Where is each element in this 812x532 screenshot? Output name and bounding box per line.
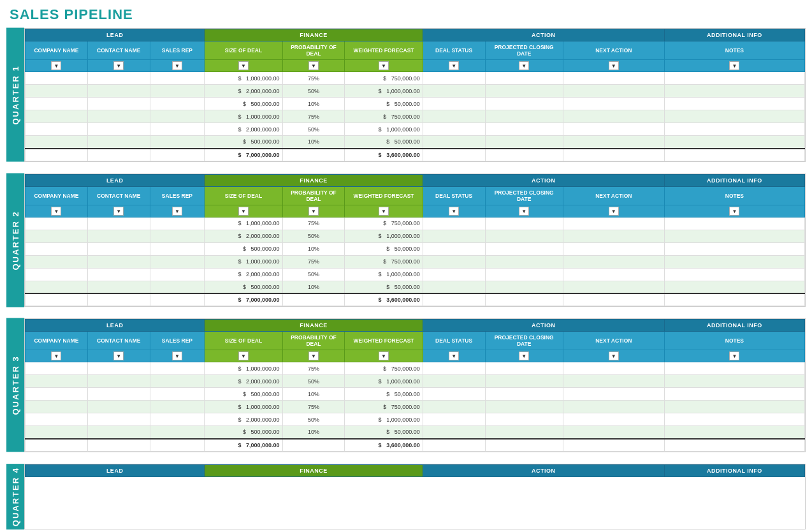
nextaction-cell [563, 242, 664, 255]
total-empty-2 [563, 439, 664, 452]
dropdown-btn-col3-q1[interactable]: ▼ [238, 61, 249, 70]
prob-cell: 50% [282, 413, 345, 426]
dropdown-btn-col4-q1[interactable]: ▼ [308, 61, 319, 70]
dropdown-btn-col8-q3[interactable]: ▼ [609, 351, 619, 360]
contact-cell [87, 281, 150, 293]
contact-cell [87, 388, 150, 401]
deal-size-col-header-q3: SIZE OF DEAL [205, 332, 282, 350]
notes-col-header-q3: NOTES [664, 332, 804, 350]
company-name-col-header-q3: COMPANY NAME [25, 332, 88, 350]
total-dealsize: $ 7,000,000.00 [205, 149, 282, 161]
prob-cell: 10% [282, 426, 345, 439]
dropdown-btn-col1-q3[interactable]: ▼ [113, 351, 124, 360]
salesrep-cell [150, 362, 205, 375]
dealsize-cell: $ 500,000.00 [205, 136, 282, 149]
dropdown-btn-col2-q2[interactable]: ▼ [172, 207, 182, 216]
total-salesrep [150, 293, 205, 306]
weighted-cell: $ 1,000,000.00 [345, 413, 423, 426]
dropdown-btn-col2-q1[interactable]: ▼ [172, 61, 182, 70]
weighted-cell: $ 50,000.00 [345, 98, 423, 110]
dropdown-btn-col6-q3[interactable]: ▼ [449, 351, 459, 360]
total-empty-0 [423, 149, 485, 161]
nextaction-cell [563, 281, 664, 293]
dropdown-btn-col5-q1[interactable]: ▼ [379, 61, 389, 70]
notes-cell [664, 268, 804, 281]
dealsize-cell: $ 1,000,000.00 [205, 362, 282, 375]
dropdown-btn-col9-q2[interactable]: ▼ [729, 207, 739, 216]
dealstatus-cell [423, 375, 485, 388]
company-cell [25, 242, 88, 255]
weighted-cell: $ 1,000,000.00 [345, 123, 423, 136]
dealsize-cell: $ 2,000,000.00 [205, 268, 282, 281]
dealsize-cell: $ 500,000.00 [205, 242, 282, 255]
company-name-col-header-q1: COMPANY NAME [25, 41, 88, 60]
proj-close-col-header-q2: PROJECTED CLOSING DATE [485, 186, 563, 205]
company-cell [25, 85, 88, 98]
deal-size-col-header-q2: SIZE OF DEAL [205, 186, 282, 205]
notes-cell [664, 242, 804, 255]
dropdown-btn-col0-q3[interactable]: ▼ [51, 351, 61, 360]
salesrep-cell [150, 388, 205, 401]
company-cell [25, 217, 88, 230]
finance-section-header-q2: FINANCE [205, 174, 423, 186]
contact-cell [87, 217, 150, 230]
total-salesrep [150, 149, 205, 161]
additional-section-header-q2: ADDITIONAL INFO [664, 174, 804, 186]
lead-section-header-q3: LEAD [25, 320, 205, 332]
dropdown-btn-col0-q1[interactable]: ▼ [51, 61, 61, 70]
projclose-cell [485, 281, 563, 293]
table-row: $ 1,000,000.0075%$ 750,000.00 [25, 255, 805, 268]
dropdown-btn-col4-q3[interactable]: ▼ [308, 351, 319, 360]
table-row: $ 500,000.0010%$ 50,000.00 [25, 281, 805, 293]
total-dealsize: $ 7,000,000.00 [205, 439, 282, 452]
sales-rep-col-header-q2: SALES REP [150, 186, 205, 205]
weighted-forecast-col-header-q1: WEIGHTED FORECAST [345, 41, 423, 60]
dropdown-btn-col8-q1[interactable]: ▼ [609, 61, 619, 70]
action-section-header-q1: ACTION [423, 29, 664, 41]
prob-cell: 50% [282, 85, 345, 98]
total-empty-3 [664, 293, 804, 306]
total-weighted: $ 3,600,000.00 [345, 293, 423, 306]
dropdown-btn-col1-q1[interactable]: ▼ [113, 61, 124, 70]
dropdown-btn-col8-q2[interactable]: ▼ [609, 207, 619, 216]
notes-col-header-q1: NOTES [664, 41, 804, 60]
nextaction-cell [563, 110, 664, 123]
weighted-cell: $ 750,000.00 [345, 217, 423, 230]
dropdown-btn-col0-q2[interactable]: ▼ [51, 207, 61, 216]
total-empty-1 [485, 149, 563, 161]
deal-status-col-header-q3: DEAL STATUS [423, 332, 485, 350]
dropdown-btn-col7-q2[interactable]: ▼ [519, 207, 529, 216]
dropdown-btn-col6-q1[interactable]: ▼ [449, 61, 459, 70]
dropdown-btn-col6-q2[interactable]: ▼ [449, 207, 459, 216]
table-row: $ 1,000,000.0075%$ 750,000.00 [25, 362, 805, 375]
projclose-cell [485, 72, 563, 85]
weighted-forecast-col-header-q2: WEIGHTED FORECAST [345, 186, 423, 205]
prob-cell: 75% [282, 72, 345, 85]
quarter3-label: QUARTER 3 [6, 318, 24, 452]
table-row: $ 1,000,000.0075%$ 750,000.00 [25, 72, 805, 85]
contact-cell [87, 242, 150, 255]
dealstatus-cell [423, 255, 485, 268]
table-row: $ 500,000.0010%$ 50,000.00 [25, 136, 805, 149]
dropdown-btn-col5-q3[interactable]: ▼ [379, 351, 389, 360]
dropdown-btn-col3-q2[interactable]: ▼ [238, 207, 249, 216]
company-cell [25, 362, 88, 375]
dropdown-btn-col9-q1[interactable]: ▼ [729, 61, 739, 70]
dropdown-btn-col3-q3[interactable]: ▼ [238, 351, 249, 360]
weighted-forecast-col-header-q3: WEIGHTED FORECAST [345, 332, 423, 350]
total-row: $ 7,000,000.00$ 3,600,000.00 [25, 439, 805, 452]
dropdown-btn-col5-q2[interactable]: ▼ [379, 207, 389, 216]
dropdown-btn-col9-q3[interactable]: ▼ [729, 351, 739, 360]
dropdown-btn-col1-q2[interactable]: ▼ [113, 207, 124, 216]
company-cell [25, 98, 88, 110]
company-cell [25, 375, 88, 388]
dropdown-btn-col7-q1[interactable]: ▼ [519, 61, 529, 70]
contact-cell [87, 72, 150, 85]
weighted-cell: $ 750,000.00 [345, 401, 423, 413]
table-row: $ 2,000,000.0050%$ 1,000,000.00 [25, 413, 805, 426]
table-row: $ 2,000,000.0050%$ 1,000,000.00 [25, 230, 805, 242]
dropdown-btn-col7-q3[interactable]: ▼ [519, 351, 529, 360]
dropdown-btn-col4-q2[interactable]: ▼ [308, 207, 319, 216]
dropdown-btn-col2-q3[interactable]: ▼ [172, 351, 182, 360]
notes-cell [664, 217, 804, 230]
